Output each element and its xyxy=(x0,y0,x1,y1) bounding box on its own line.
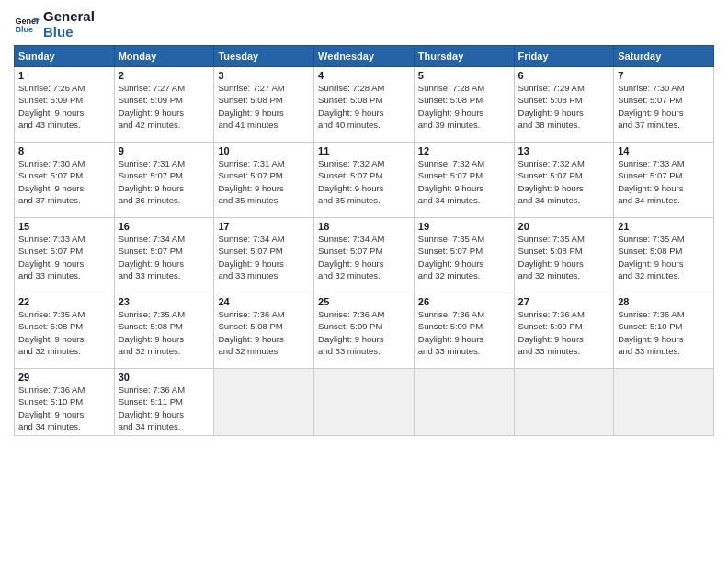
day-cell: 9Sunrise: 7:31 AMSunset: 5:07 PMDaylight… xyxy=(114,143,214,218)
day-number: 14 xyxy=(618,145,710,156)
day-cell: 18Sunrise: 7:34 AMSunset: 5:07 PMDayligh… xyxy=(314,218,415,293)
day-cell: 3Sunrise: 7:27 AMSunset: 5:08 PMDaylight… xyxy=(214,67,314,143)
day-number: 23 xyxy=(119,296,210,307)
logo: General Blue General Blue xyxy=(14,9,95,40)
day-cell: 11Sunrise: 7:32 AMSunset: 5:07 PMDayligh… xyxy=(314,143,415,218)
day-info: Sunrise: 7:29 AMSunset: 5:08 PMDaylight:… xyxy=(518,82,610,131)
day-cell: 14Sunrise: 7:33 AMSunset: 5:07 PMDayligh… xyxy=(614,143,714,218)
calendar-table: SundayMondayTuesdayWednesdayThursdayFrid… xyxy=(14,45,714,436)
day-number: 24 xyxy=(218,296,310,307)
svg-text:General: General xyxy=(15,16,40,25)
day-cell xyxy=(514,369,614,436)
day-info: Sunrise: 7:36 AMSunset: 5:09 PMDaylight:… xyxy=(518,308,610,357)
day-cell: 19Sunrise: 7:35 AMSunset: 5:07 PMDayligh… xyxy=(414,218,514,293)
day-number: 1 xyxy=(18,70,110,81)
day-info: Sunrise: 7:30 AMSunset: 5:07 PMDaylight:… xyxy=(18,157,110,206)
day-info: Sunrise: 7:32 AMSunset: 5:07 PMDaylight:… xyxy=(318,157,410,206)
week-row-4: 22Sunrise: 7:35 AMSunset: 5:08 PMDayligh… xyxy=(15,293,714,369)
day-number: 27 xyxy=(518,296,610,307)
day-number: 15 xyxy=(18,221,110,232)
day-info: Sunrise: 7:36 AMSunset: 5:10 PMDaylight:… xyxy=(18,384,110,432)
day-info: Sunrise: 7:28 AMSunset: 5:08 PMDaylight:… xyxy=(418,82,510,131)
day-number: 8 xyxy=(18,145,110,156)
week-row-3: 15Sunrise: 7:33 AMSunset: 5:07 PMDayligh… xyxy=(15,218,714,293)
day-cell: 30Sunrise: 7:36 AMSunset: 5:11 PMDayligh… xyxy=(114,369,214,436)
day-number: 16 xyxy=(119,221,210,232)
day-cell: 23Sunrise: 7:35 AMSunset: 5:08 PMDayligh… xyxy=(114,293,214,369)
day-cell: 24Sunrise: 7:36 AMSunset: 5:08 PMDayligh… xyxy=(214,293,314,369)
day-info: Sunrise: 7:27 AMSunset: 5:08 PMDaylight:… xyxy=(218,82,310,131)
day-info: Sunrise: 7:26 AMSunset: 5:09 PMDaylight:… xyxy=(18,82,110,131)
day-info: Sunrise: 7:27 AMSunset: 5:09 PMDaylight:… xyxy=(119,82,210,131)
day-info: Sunrise: 7:36 AMSunset: 5:08 PMDaylight:… xyxy=(218,308,310,357)
day-cell: 22Sunrise: 7:35 AMSunset: 5:08 PMDayligh… xyxy=(15,293,115,369)
day-number: 11 xyxy=(318,145,410,156)
day-info: Sunrise: 7:30 AMSunset: 5:07 PMDaylight:… xyxy=(618,82,710,131)
day-number: 9 xyxy=(119,145,210,156)
weekday-header-saturday: Saturday xyxy=(614,46,714,67)
day-number: 17 xyxy=(218,221,310,232)
day-number: 5 xyxy=(418,70,510,81)
day-number: 10 xyxy=(218,145,310,156)
day-number: 2 xyxy=(119,70,210,81)
day-number: 22 xyxy=(18,296,110,307)
logo-blue: Blue xyxy=(43,25,95,40)
day-cell: 20Sunrise: 7:35 AMSunset: 5:08 PMDayligh… xyxy=(514,218,614,293)
day-number: 4 xyxy=(318,70,410,81)
day-number: 12 xyxy=(418,145,510,156)
svg-text:Blue: Blue xyxy=(15,25,33,34)
day-info: Sunrise: 7:32 AMSunset: 5:07 PMDaylight:… xyxy=(518,157,610,206)
day-number: 25 xyxy=(318,296,410,307)
page: General Blue General Blue SundayMondayTu… xyxy=(0,0,728,563)
header: General Blue General Blue xyxy=(14,9,714,40)
day-cell: 2Sunrise: 7:27 AMSunset: 5:09 PMDaylight… xyxy=(114,67,214,143)
day-cell xyxy=(314,369,415,436)
day-info: Sunrise: 7:33 AMSunset: 5:07 PMDaylight:… xyxy=(18,233,110,282)
day-cell xyxy=(614,369,714,436)
day-info: Sunrise: 7:36 AMSunset: 5:10 PMDaylight:… xyxy=(618,308,710,357)
day-number: 19 xyxy=(418,221,510,232)
week-row-5: 29Sunrise: 7:36 AMSunset: 5:10 PMDayligh… xyxy=(15,369,714,436)
day-number: 30 xyxy=(119,372,210,383)
day-number: 7 xyxy=(618,70,710,81)
day-cell: 13Sunrise: 7:32 AMSunset: 5:07 PMDayligh… xyxy=(514,143,614,218)
day-cell xyxy=(214,369,314,436)
day-cell: 26Sunrise: 7:36 AMSunset: 5:09 PMDayligh… xyxy=(414,293,514,369)
day-info: Sunrise: 7:28 AMSunset: 5:08 PMDaylight:… xyxy=(318,82,410,131)
day-cell: 21Sunrise: 7:35 AMSunset: 5:08 PMDayligh… xyxy=(614,218,714,293)
day-cell: 5Sunrise: 7:28 AMSunset: 5:08 PMDaylight… xyxy=(414,67,514,143)
day-info: Sunrise: 7:34 AMSunset: 5:07 PMDaylight:… xyxy=(218,233,310,282)
day-number: 18 xyxy=(318,221,410,232)
day-number: 3 xyxy=(218,70,310,81)
day-info: Sunrise: 7:35 AMSunset: 5:08 PMDaylight:… xyxy=(618,233,710,282)
weekday-header-thursday: Thursday xyxy=(414,46,514,67)
day-info: Sunrise: 7:36 AMSunset: 5:09 PMDaylight:… xyxy=(418,308,510,357)
day-cell: 27Sunrise: 7:36 AMSunset: 5:09 PMDayligh… xyxy=(514,293,614,369)
day-cell: 4Sunrise: 7:28 AMSunset: 5:08 PMDaylight… xyxy=(314,67,415,143)
weekday-header-row: SundayMondayTuesdayWednesdayThursdayFrid… xyxy=(15,46,714,67)
day-cell: 17Sunrise: 7:34 AMSunset: 5:07 PMDayligh… xyxy=(214,218,314,293)
day-cell: 10Sunrise: 7:31 AMSunset: 5:07 PMDayligh… xyxy=(214,143,314,218)
day-info: Sunrise: 7:35 AMSunset: 5:07 PMDaylight:… xyxy=(418,233,510,282)
weekday-header-friday: Friday xyxy=(514,46,614,67)
day-number: 28 xyxy=(618,296,710,307)
day-info: Sunrise: 7:34 AMSunset: 5:07 PMDaylight:… xyxy=(318,233,410,282)
day-number: 29 xyxy=(18,372,110,383)
day-number: 21 xyxy=(618,221,710,232)
day-cell: 8Sunrise: 7:30 AMSunset: 5:07 PMDaylight… xyxy=(15,143,115,218)
logo-general: General xyxy=(43,9,95,25)
day-cell: 29Sunrise: 7:36 AMSunset: 5:10 PMDayligh… xyxy=(15,369,115,436)
weekday-header-wednesday: Wednesday xyxy=(314,46,415,67)
day-number: 26 xyxy=(418,296,510,307)
day-cell: 1Sunrise: 7:26 AMSunset: 5:09 PMDaylight… xyxy=(15,67,115,143)
day-cell: 25Sunrise: 7:36 AMSunset: 5:09 PMDayligh… xyxy=(314,293,415,369)
day-info: Sunrise: 7:33 AMSunset: 5:07 PMDaylight:… xyxy=(618,157,710,206)
day-info: Sunrise: 7:31 AMSunset: 5:07 PMDaylight:… xyxy=(119,157,210,206)
day-cell: 15Sunrise: 7:33 AMSunset: 5:07 PMDayligh… xyxy=(15,218,115,293)
day-info: Sunrise: 7:35 AMSunset: 5:08 PMDaylight:… xyxy=(18,308,110,357)
day-cell: 28Sunrise: 7:36 AMSunset: 5:10 PMDayligh… xyxy=(614,293,714,369)
day-number: 13 xyxy=(518,145,610,156)
day-info: Sunrise: 7:36 AMSunset: 5:09 PMDaylight:… xyxy=(318,308,410,357)
weekday-header-sunday: Sunday xyxy=(15,46,115,67)
weekday-header-monday: Monday xyxy=(114,46,214,67)
